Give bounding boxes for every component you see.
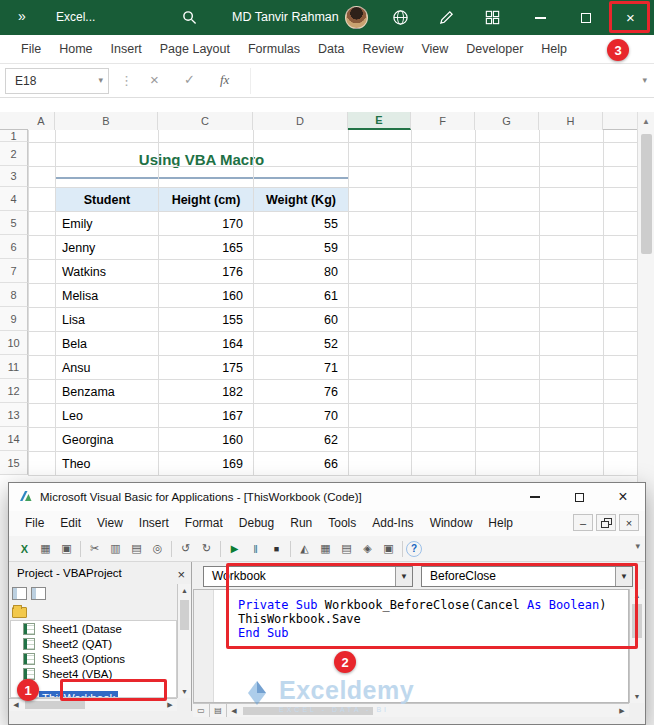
menu-developer[interactable]: Developer xyxy=(457,35,532,64)
pen-icon[interactable] xyxy=(438,9,456,27)
cut-icon[interactable]: ✂ xyxy=(84,539,105,558)
table-cell[interactable]: Benzama xyxy=(56,380,159,404)
table-cell[interactable]: 61 xyxy=(254,284,349,308)
view-excel-icon[interactable]: X xyxy=(14,539,35,558)
table-cell[interactable]: 175 xyxy=(159,356,254,380)
full-module-view-button[interactable]: ▤ xyxy=(210,704,227,717)
design-mode-icon[interactable]: ◭ xyxy=(294,539,315,558)
help-icon[interactable]: ? xyxy=(406,541,422,557)
column-header-f[interactable]: F xyxy=(411,112,475,130)
scroll-up-icon[interactable]: ▲ xyxy=(638,112,654,129)
row-header-7[interactable]: 7 xyxy=(0,259,28,283)
vba-menu-edit[interactable]: Edit xyxy=(52,511,89,536)
menu-help[interactable]: Help xyxy=(532,35,576,64)
project-panel-close-icon[interactable]: × xyxy=(177,564,185,586)
table-cell[interactable]: 176 xyxy=(159,260,254,284)
table-cell[interactable]: Theo xyxy=(56,452,159,476)
scroll-up-icon[interactable]: ▲ xyxy=(178,584,191,597)
table-cell[interactable]: 62 xyxy=(254,428,349,452)
table-cell[interactable]: 155 xyxy=(159,308,254,332)
mdi-restore-button[interactable] xyxy=(596,514,616,531)
row-header-5[interactable]: 5 xyxy=(0,211,28,235)
properties-window-icon[interactable]: ▤ xyxy=(336,539,357,558)
row-header-1[interactable]: 1 xyxy=(0,130,28,142)
formula-input[interactable] xyxy=(250,68,628,94)
menu-insert[interactable]: Insert xyxy=(102,35,151,64)
user-avatar[interactable] xyxy=(345,6,368,29)
enter-icon[interactable]: ✓ xyxy=(184,72,195,87)
scroll-down-icon[interactable]: ▼ xyxy=(178,685,191,698)
column-header-c[interactable]: C xyxy=(158,112,253,130)
toolbox-icon[interactable]: ▣ xyxy=(378,539,399,558)
column-header-e[interactable]: E xyxy=(348,112,411,130)
globe-icon[interactable] xyxy=(392,9,410,27)
table-cell[interactable]: Ansu xyxy=(56,356,159,380)
cancel-icon[interactable]: × xyxy=(150,71,159,88)
paste-icon[interactable]: ▤ xyxy=(126,539,147,558)
view-code-icon[interactable] xyxy=(12,587,27,600)
mdi-minimize-button[interactable]: – xyxy=(573,514,593,531)
reset-icon[interactable]: ■ xyxy=(266,539,287,558)
tree-item-sheet1-datase[interactable]: Sheet1 (Datase xyxy=(11,621,176,636)
toggle-folders-icon[interactable] xyxy=(12,607,27,618)
table-cell[interactable]: 164 xyxy=(159,332,254,356)
tree-item-sheet2-qat[interactable]: Sheet2 (QAT) xyxy=(11,636,176,651)
minimize-button[interactable] xyxy=(518,0,563,35)
mdi-close-button[interactable]: × xyxy=(619,514,639,531)
scroll-down-icon[interactable]: ▼ xyxy=(630,690,644,703)
tree-item-sheet3-options[interactable]: Sheet3 (Options xyxy=(11,651,176,666)
copy-icon[interactable]: ▥ xyxy=(105,539,126,558)
search-icon[interactable] xyxy=(182,10,198,26)
row-header-11[interactable]: 11 xyxy=(0,355,28,379)
row-header-2[interactable]: 2 xyxy=(0,142,28,166)
column-header-b[interactable]: B xyxy=(55,112,158,130)
formula-bar-expand-icon[interactable]: ▾ xyxy=(642,75,647,85)
table-cell[interactable]: 80 xyxy=(254,260,349,284)
table-cell[interactable]: Lisa xyxy=(56,308,159,332)
save-icon[interactable]: ▣ xyxy=(56,539,77,558)
undo-icon[interactable]: ↺ xyxy=(175,539,196,558)
scroll-left-icon[interactable]: ◀ xyxy=(9,699,23,711)
table-cell[interactable]: 160 xyxy=(159,284,254,308)
toolbar-overflow-icon[interactable]: ▾ xyxy=(635,541,640,551)
table-cell[interactable]: Melisa xyxy=(56,284,159,308)
menu-data[interactable]: Data xyxy=(309,35,353,64)
vba-menu-file[interactable]: File xyxy=(17,511,52,536)
table-cell[interactable]: Leo xyxy=(56,404,159,428)
view-object-icon[interactable] xyxy=(31,587,46,600)
table-cell[interactable]: 165 xyxy=(159,236,254,260)
menu-page-layout[interactable]: Page Layout xyxy=(151,35,239,64)
project-explorer-icon[interactable]: ▦ xyxy=(315,539,336,558)
table-cell[interactable]: 52 xyxy=(254,332,349,356)
row-header-9[interactable]: 9 xyxy=(0,307,28,331)
row-header-8[interactable]: 8 xyxy=(0,283,28,307)
column-header-a[interactable]: A xyxy=(28,112,55,130)
vba-menu-insert[interactable]: Insert xyxy=(131,511,177,536)
scroll-thumb[interactable] xyxy=(25,701,85,709)
table-cell[interactable]: 55 xyxy=(254,212,349,236)
table-cell[interactable]: 70 xyxy=(254,404,349,428)
name-box[interactable]: E18 ▾ xyxy=(5,68,109,94)
row-header-3[interactable]: 3 xyxy=(0,166,28,187)
redo-icon[interactable]: ↻ xyxy=(196,539,217,558)
scroll-thumb[interactable] xyxy=(180,600,189,630)
table-cell[interactable]: Jenny xyxy=(56,236,159,260)
insert-userform-icon[interactable]: ▦ xyxy=(35,539,56,558)
menu-review[interactable]: Review xyxy=(353,35,412,64)
run-icon[interactable]: ▶ xyxy=(224,539,245,558)
menu-home[interactable]: Home xyxy=(50,35,101,64)
table-cell[interactable]: 59 xyxy=(254,236,349,260)
scroll-right-icon[interactable]: ▶ xyxy=(615,707,629,715)
vba-minimize-button[interactable] xyxy=(513,483,557,511)
menu-file[interactable]: File xyxy=(12,35,50,64)
table-cell[interactable]: 60 xyxy=(254,308,349,332)
vba-menu-help[interactable]: Help xyxy=(480,511,521,536)
column-header-d[interactable]: D xyxy=(253,112,348,130)
row-header-12[interactable]: 12 xyxy=(0,379,28,403)
row-header-14[interactable]: 14 xyxy=(0,427,28,451)
project-vertical-scrollbar[interactable]: ▲ ▼ xyxy=(177,584,191,698)
row-header-13[interactable]: 13 xyxy=(0,403,28,427)
project-panel-header[interactable]: Project - VBAProject × xyxy=(9,562,191,584)
table-cell[interactable]: Georgina xyxy=(56,428,159,452)
name-box-dropdown-icon[interactable]: ▾ xyxy=(98,75,103,85)
